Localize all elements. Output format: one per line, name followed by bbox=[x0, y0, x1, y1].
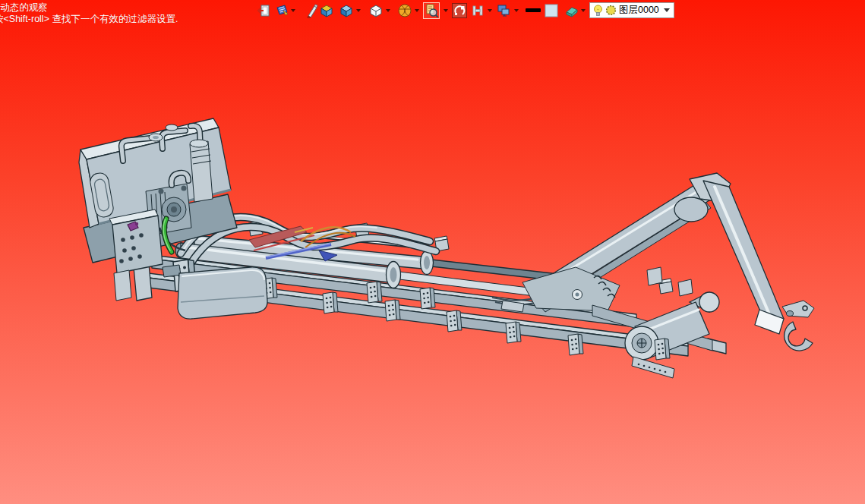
wireframe-cube-dropdown-arrow[interactable] bbox=[386, 9, 390, 12]
cad-application-window: -动态的观察 按<Shift-roll> 查找下一个有效的过滤器设置. bbox=[0, 0, 865, 504]
wireframe-cube-icon[interactable] bbox=[368, 3, 384, 18]
render-sphere-icon[interactable] bbox=[397, 3, 412, 18]
clamp-icon[interactable] bbox=[470, 3, 485, 18]
dynamic-view-icon[interactable] bbox=[452, 3, 467, 18]
pen-icon[interactable] bbox=[305, 3, 320, 18]
clamp-dropdown-arrow[interactable] bbox=[488, 9, 492, 12]
cover-box[interactable] bbox=[163, 265, 267, 319]
status-line-1: -动态的观察 bbox=[0, 2, 48, 14]
hook[interactable] bbox=[782, 301, 814, 351]
layer-combobox[interactable]: 图层0000 bbox=[589, 2, 674, 18]
layer-visibility-bulb-icon bbox=[593, 5, 603, 17]
color-swatch-light-blue[interactable] bbox=[544, 3, 559, 18]
roller-skirt bbox=[632, 357, 674, 378]
box-lid-icon[interactable] bbox=[319, 3, 334, 18]
layer-combobox-dropdown-arrow[interactable] bbox=[664, 8, 670, 12]
hook-body bbox=[784, 322, 813, 351]
roller-cone bbox=[699, 292, 719, 312]
notebook-dropdown-arrow[interactable] bbox=[291, 9, 295, 12]
zoom-document-icon[interactable] bbox=[424, 3, 439, 18]
eraser-dropdown-arrow[interactable] bbox=[581, 9, 586, 12]
shaded-cube-icon[interactable] bbox=[339, 3, 354, 18]
display-windows-icon[interactable] bbox=[496, 3, 511, 18]
display-windows-dropdown-arrow[interactable] bbox=[514, 9, 519, 12]
eraser-icon[interactable] bbox=[564, 3, 579, 18]
status-line-2: 按<Shift-roll> 查找下一个有效的过滤器设置. bbox=[0, 14, 178, 25]
layer-color-icon bbox=[605, 5, 617, 16]
render-sphere-dropdown-arrow[interactable] bbox=[415, 9, 419, 12]
layer-combobox-value: 图层0000 bbox=[619, 4, 661, 17]
cad-viewport[interactable] bbox=[0, 0, 865, 504]
notebook-icon[interactable] bbox=[274, 3, 289, 18]
zoom-document-dropdown-arrow[interactable] bbox=[444, 9, 448, 12]
line-width-swatch[interactable] bbox=[525, 3, 540, 18]
exit-viewport-icon[interactable] bbox=[256, 3, 271, 18]
shaded-cube-dropdown-arrow[interactable] bbox=[356, 9, 361, 12]
